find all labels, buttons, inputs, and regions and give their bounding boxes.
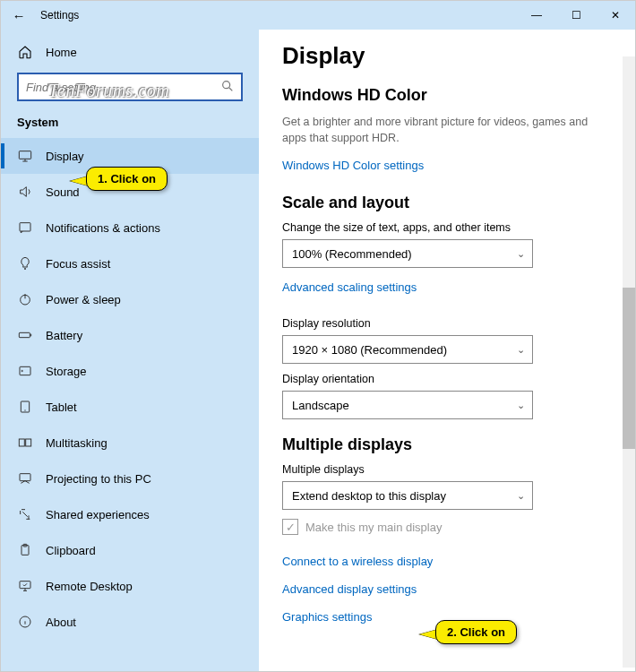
sidebar-home[interactable]: Home — [1, 35, 259, 69]
chevron-down-icon: ⌄ — [517, 490, 525, 502]
sidebar-item-battery[interactable]: Battery — [1, 317, 259, 353]
nav-icon — [17, 256, 33, 271]
nav-icon — [17, 364, 33, 378]
resolution-value: 1920 × 1080 (Recommended) — [292, 343, 447, 357]
sidebar-item-clipboard[interactable]: Clipboard — [1, 532, 259, 568]
nav-icon — [17, 543, 33, 557]
sidebar-item-label: Projecting to this PC — [46, 472, 151, 486]
sidebar-section-label: System — [1, 110, 259, 138]
sidebar-item-storage[interactable]: Storage — [1, 353, 259, 389]
back-button[interactable]: ← — [1, 8, 37, 23]
nav-icon — [17, 292, 33, 306]
sidebar-item-label: Clipboard — [46, 544, 96, 557]
resolution-label: Display resolution — [282, 317, 599, 330]
svg-rect-9 — [19, 439, 24, 446]
search-input-wrap[interactable] — [17, 73, 243, 101]
nav-icon — [17, 400, 33, 414]
chevron-down-icon: ⌄ — [517, 400, 525, 411]
chevron-down-icon: ⌄ — [517, 248, 525, 260]
orientation-label: Display orientation — [282, 373, 599, 385]
search-input[interactable] — [19, 81, 214, 94]
svg-point-3 — [24, 268, 25, 269]
svg-rect-11 — [20, 474, 30, 481]
sidebar-item-projecting-to-this-pc[interactable]: Projecting to this PC — [1, 461, 259, 496]
sidebar-item-label: Sound — [46, 185, 80, 199]
multi-label: Multiple displays — [282, 463, 599, 476]
svg-rect-2 — [20, 223, 30, 231]
close-button[interactable]: ✕ — [596, 1, 635, 30]
search-icon — [214, 79, 241, 96]
sidebar-item-label: Notifications & actions — [46, 221, 160, 235]
advanced-display-link[interactable]: Advanced display settings — [282, 582, 417, 596]
sidebar-item-label: Tablet — [46, 401, 77, 414]
text-size-select[interactable]: 100% (Recommended) ⌄ — [282, 239, 533, 268]
scale-heading: Scale and layout — [282, 194, 599, 212]
resolution-select[interactable]: 1920 × 1080 (Recommended) ⌄ — [282, 335, 533, 364]
page-title: Display — [282, 42, 599, 70]
sidebar-item-label: Multitasking — [46, 436, 107, 450]
nav-icon — [17, 185, 33, 199]
sidebar-item-notifications-actions[interactable]: Notifications & actions — [1, 210, 259, 246]
callout-1: 1. Click on — [86, 167, 168, 191]
text-size-value: 100% (Recommended) — [292, 247, 412, 261]
maximize-button[interactable]: ☐ — [556, 1, 596, 30]
wireless-display-link[interactable]: Connect to a wireless display — [282, 555, 433, 568]
main-display-checkbox-label: Make this my main display — [305, 521, 442, 534]
sidebar-home-label: Home — [46, 46, 77, 59]
nav-icon — [17, 507, 33, 521]
sidebar-item-label: Battery — [46, 329, 82, 342]
sidebar-item-shared-experiences[interactable]: Shared experiences — [1, 496, 259, 532]
nav-icon — [17, 328, 33, 342]
sidebar-item-tablet[interactable]: Tablet — [1, 389, 259, 425]
hdcolor-desc: Get a brighter and more vibrant picture … — [282, 114, 599, 146]
hdcolor-heading: Windows HD Color — [282, 86, 599, 105]
nav-icon — [17, 149, 33, 163]
svg-point-0 — [223, 81, 230, 88]
sidebar-item-focus-assist[interactable]: Focus assist — [1, 246, 259, 281]
chevron-down-icon: ⌄ — [517, 344, 525, 356]
svg-rect-10 — [26, 439, 31, 446]
sidebar: Home System DisplaySoundNotifications & … — [1, 30, 259, 671]
window-title: Settings — [37, 9, 517, 22]
home-icon — [17, 45, 33, 59]
callout-2: 2. Click on — [435, 620, 517, 644]
nav-icon — [17, 220, 33, 235]
sidebar-item-remote-desktop[interactable]: Remote Desktop — [1, 568, 259, 604]
orientation-select[interactable]: Landscape ⌄ — [282, 391, 533, 419]
nav-icon — [17, 435, 33, 450]
main-panel: Display Windows HD Color Get a brighter … — [259, 30, 635, 671]
title-bar: ← Settings — ☐ ✕ — [1, 1, 635, 30]
scrollbar-thumb[interactable] — [623, 288, 635, 449]
orientation-value: Landscape — [292, 399, 349, 412]
sidebar-item-about[interactable]: About — [1, 604, 259, 640]
sidebar-item-label: Focus assist — [46, 257, 110, 271]
advanced-scaling-link[interactable]: Advanced scaling settings — [282, 280, 417, 294]
svg-rect-1 — [19, 151, 30, 159]
sidebar-item-label: Remote Desktop — [46, 580, 133, 593]
main-display-checkbox: ✓ — [282, 519, 298, 535]
hdcolor-link[interactable]: Windows HD Color settings — [282, 159, 424, 172]
minimize-button[interactable]: — — [517, 1, 556, 30]
multi-heading: Multiple displays — [282, 435, 599, 454]
svg-point-7 — [21, 370, 22, 371]
graphics-settings-link[interactable]: Graphics settings — [282, 610, 372, 624]
nav-icon — [17, 579, 33, 593]
sidebar-item-label: Storage — [46, 365, 87, 378]
multi-select[interactable]: Extend desktop to this display ⌄ — [282, 481, 533, 510]
sidebar-item-multitasking[interactable]: Multitasking — [1, 425, 259, 461]
nav-icon — [17, 615, 33, 629]
sidebar-item-label: About — [46, 616, 76, 629]
sidebar-item-label: Power & sleep — [46, 293, 121, 306]
sidebar-item-label: Shared experiences — [46, 508, 150, 521]
sidebar-item-label: Display — [46, 150, 84, 163]
main-display-checkbox-row: ✓ Make this my main display — [282, 519, 599, 535]
nav-icon — [17, 471, 33, 486]
text-size-label: Change the size of text, apps, and other… — [282, 221, 599, 234]
svg-rect-5 — [19, 332, 30, 337]
multi-value: Extend desktop to this display — [292, 489, 446, 503]
sidebar-item-power-sleep[interactable]: Power & sleep — [1, 281, 259, 317]
